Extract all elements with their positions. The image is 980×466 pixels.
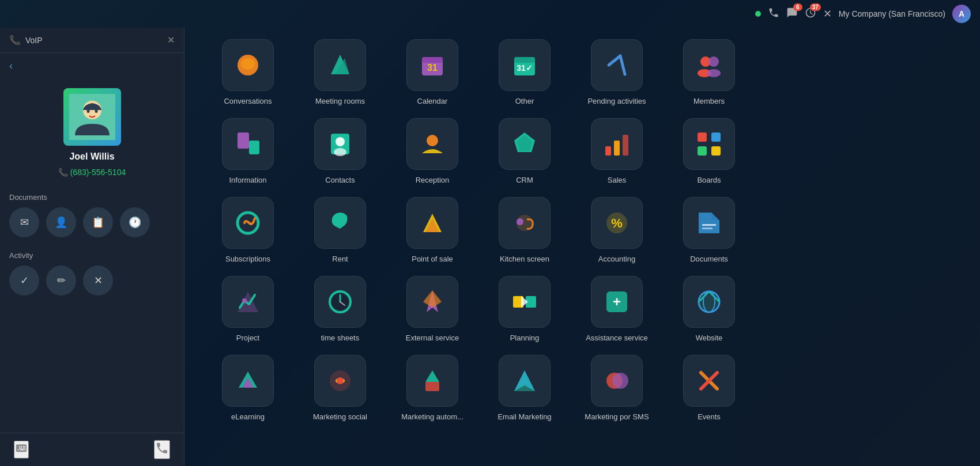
app-item-crm[interactable]: CRM — [484, 118, 565, 185]
svg-rect-32 — [623, 135, 628, 156]
call-button[interactable] — [154, 440, 170, 459]
app-label-events: Events — [698, 412, 721, 422]
svg-point-41 — [517, 218, 523, 225]
chat-topbar-icon[interactable]: 6 — [786, 7, 798, 21]
app-label-meeting-rooms: Meeting rooms — [315, 97, 365, 107]
app-item-planning[interactable]: Planning — [484, 276, 565, 343]
clock-doc-button[interactable]: 🕐 — [120, 207, 150, 237]
app-item-marketing-autom[interactable]: Marketing autom... — [392, 355, 473, 422]
app-icon-boards — [683, 118, 735, 170]
keyboard-button[interactable] — [14, 441, 29, 459]
svg-marker-52 — [423, 290, 442, 308]
app-icon-point-of-sale — [406, 197, 458, 249]
voip-back[interactable]: ‹ — [0, 53, 184, 79]
close-topbar-icon[interactable]: ✕ — [823, 7, 832, 20]
voip-close-button[interactable]: ✕ — [167, 35, 175, 46]
app-item-pending-activities[interactable]: Pending activities — [576, 39, 657, 107]
back-arrow-icon[interactable]: ‹ — [9, 60, 13, 71]
app-item-elearning[interactable]: eLearning — [208, 355, 288, 422]
activity-badge: 37 — [810, 3, 821, 11]
svg-rect-23 — [249, 141, 259, 154]
app-label-boards: Boards — [697, 176, 721, 185]
app-icon-marketing-autom — [406, 355, 458, 407]
app-item-events[interactable]: Events — [669, 355, 749, 422]
email-doc-button[interactable]: ✉ — [9, 207, 39, 237]
svg-point-67 — [612, 373, 628, 389]
app-icon-assistance-service: + — [591, 276, 643, 328]
user-avatar-top[interactable]: A — [952, 5, 971, 23]
svg-rect-44 — [702, 224, 716, 226]
app-item-project[interactable]: Project — [208, 276, 288, 343]
app-item-website[interactable]: Website — [669, 276, 749, 343]
app-item-time-sheets[interactable]: time sheets — [300, 276, 380, 343]
app-icon-documents — [683, 197, 735, 249]
app-item-information[interactable]: Information — [208, 118, 288, 185]
svg-rect-36 — [711, 146, 721, 156]
svg-point-27 — [427, 135, 438, 146]
voip-activity-section: Activity ✓ ✏ ✕ — [0, 244, 184, 302]
app-icon-project — [222, 276, 274, 328]
app-item-members[interactable]: Members — [669, 39, 749, 107]
voip-panel: 📞 VoIP ✕ ‹ Joel Willis 📞 (683)-556-5104 — [0, 28, 184, 466]
app-item-calendar[interactable]: 31Calendar — [392, 39, 473, 107]
phone-topbar-icon[interactable] — [768, 7, 779, 21]
app-icon-information — [222, 118, 274, 170]
app-icon-time-sheets — [314, 276, 366, 328]
app-item-marketing-social[interactable]: Marketing social — [300, 355, 380, 422]
app-label-information: Information — [229, 176, 266, 185]
app-item-meeting-rooms[interactable]: Meeting rooms — [300, 39, 380, 107]
voip-header: 📞 VoIP ✕ — [0, 28, 184, 53]
app-icon-kitchen-screen — [499, 197, 551, 249]
documents-label: Documents — [9, 193, 175, 202]
app-item-documents[interactable]: Documents — [669, 197, 749, 264]
app-item-assistance-service[interactable]: +Assistance service — [576, 276, 657, 343]
svg-text:31: 31 — [427, 63, 438, 73]
app-label-email-marketing: Email Marketing — [497, 412, 551, 422]
company-name: My Company (San Francisco) — [839, 9, 945, 18]
app-label-crm: CRM — [516, 176, 533, 185]
app-icon-pending-activities — [591, 39, 643, 91]
app-icon-crm — [499, 118, 551, 170]
app-icon-meeting-rooms — [314, 39, 366, 91]
app-item-reception[interactable]: Reception — [392, 118, 473, 185]
app-label-other: Other — [515, 97, 534, 107]
svg-point-62 — [337, 377, 344, 384]
app-icon-conversations — [222, 39, 274, 91]
app-item-external-service[interactable]: External service — [392, 276, 473, 343]
app-icon-accounting: % — [591, 197, 643, 249]
svg-rect-30 — [605, 146, 611, 156]
app-item-contacts[interactable]: Contacts — [300, 118, 380, 185]
svg-point-26 — [334, 148, 346, 156]
list-doc-button[interactable]: 📋 — [83, 207, 113, 237]
app-item-other[interactable]: 31✓Other — [484, 39, 565, 107]
contact-name: Joel Willis — [69, 151, 114, 162]
app-label-planning: Planning — [510, 334, 540, 343]
app-item-subscriptions[interactable]: Subscriptions — [208, 197, 288, 264]
user-doc-button[interactable]: 👤 — [46, 207, 76, 237]
app-item-kitchen-screen[interactable]: Kitchen screen — [484, 197, 565, 264]
activity-topbar-icon[interactable]: 37 — [805, 7, 816, 21]
app-item-email-marketing[interactable]: Email Marketing — [484, 355, 565, 422]
app-item-conversations[interactable]: Conversations — [208, 39, 288, 107]
app-item-accounting[interactable]: %Accounting — [576, 197, 657, 264]
app-icon-marketing-social — [314, 355, 366, 407]
app-grid: ConversationsMeeting rooms31Calendar31✓O… — [208, 39, 957, 422]
edit-activity-button[interactable]: ✏ — [46, 266, 76, 295]
checkmark-activity-button[interactable]: ✓ — [9, 266, 39, 295]
app-label-conversations: Conversations — [224, 97, 272, 107]
voip-footer — [0, 433, 184, 466]
app-item-point-of-sale[interactable]: Point of sale — [392, 197, 473, 264]
app-item-rent[interactable]: Rent — [300, 197, 380, 264]
main-content: ConversationsMeeting rooms31Calendar31✓O… — [184, 28, 980, 466]
svg-point-19 — [708, 56, 719, 67]
app-label-accounting: Accounting — [598, 255, 635, 264]
activity-label: Activity — [9, 251, 175, 260]
svg-rect-13 — [514, 57, 535, 63]
voip-title: VoIP — [25, 36, 43, 45]
app-icon-other: 31✓ — [499, 39, 551, 91]
topbar: 6 37 ✕ My Company (San Francisco) A — [746, 0, 980, 28]
cancel-activity-button[interactable]: ✕ — [83, 266, 113, 295]
app-item-sales[interactable]: Sales — [576, 118, 657, 185]
app-item-marketing-sms[interactable]: Marketing por SMS — [576, 355, 657, 422]
app-item-boards[interactable]: Boards — [669, 118, 749, 185]
